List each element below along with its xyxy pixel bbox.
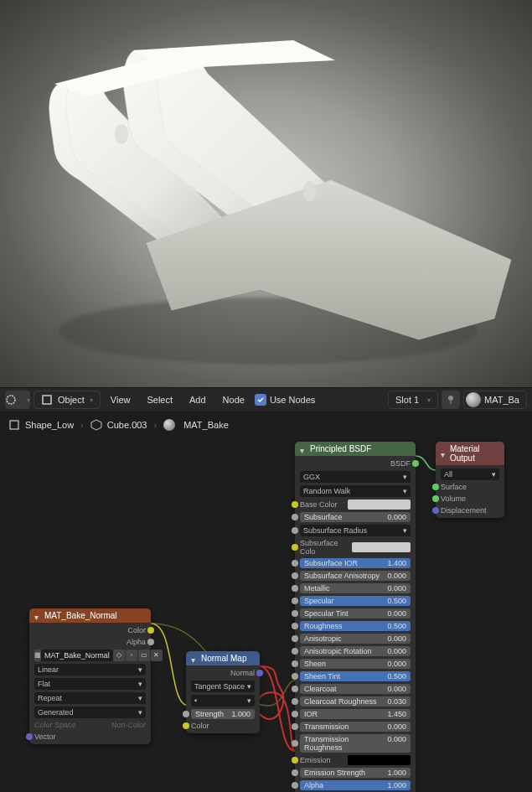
socket-bsdf-out[interactable]: BSDF xyxy=(295,458,416,469)
param-emission-strength[interactable]: Emission Strength1.000 xyxy=(295,766,416,779)
object-mode-dropdown[interactable]: Object ▾ xyxy=(34,391,101,409)
breadcrumb-separator: › xyxy=(80,420,84,430)
image-icon[interactable]: ▦ xyxy=(34,650,41,661)
svg-point-2 xyxy=(303,181,317,201)
svg-rect-7 xyxy=(10,421,18,429)
socket-color-out[interactable]: Color xyxy=(29,624,151,636)
param-subsurface-radius[interactable]: Subsurface Radius▾ xyxy=(295,523,416,537)
param-metallic[interactable]: Metallic0.000 xyxy=(295,582,416,594)
collapse-icon[interactable] xyxy=(441,450,447,457)
param-alpha[interactable]: Alpha1.000 xyxy=(295,779,416,791)
param-specular-tint[interactable]: Specular Tint0.000 xyxy=(295,607,416,619)
new-icon[interactable]: ▫ xyxy=(126,650,137,661)
material-icon xyxy=(163,419,175,431)
uvmap-dropdown[interactable]: •▾ xyxy=(186,693,260,707)
param-subsurface-colo[interactable]: Subsurface Colo xyxy=(295,537,416,556)
breadcrumb-scene[interactable]: Shape_Low xyxy=(8,419,74,431)
collapse-icon[interactable] xyxy=(34,613,41,619)
svg-point-3 xyxy=(7,396,15,404)
socket-alpha-out[interactable]: Alpha xyxy=(29,636,151,648)
colorspace-row: Color SpaceNon-Color xyxy=(29,719,151,731)
param-subsurface-anisotropy[interactable]: Subsurface Anisotropy0.000 xyxy=(295,569,416,582)
breadcrumb-object[interactable]: Cube.003 xyxy=(90,419,147,431)
users-icon[interactable]: ◇ xyxy=(113,650,125,661)
param-base-color[interactable]: Base Color xyxy=(295,498,416,510)
socket-surface-in[interactable]: Surface xyxy=(436,481,504,493)
node-editor-header: ▾ Object ▾ View Select Add Node Use Node… xyxy=(0,387,532,412)
param-clearcoat[interactable]: Clearcoat0.000 xyxy=(295,682,416,695)
menu-node[interactable]: Node xyxy=(216,395,251,405)
param-transmission-roughness[interactable]: Transmission Roughness0.000 xyxy=(295,732,416,753)
param-subsurface[interactable]: Subsurface0.000 xyxy=(295,510,416,523)
param-sheen[interactable]: Sheen0.000 xyxy=(295,657,416,670)
node-header[interactable]: Normal Map xyxy=(186,651,260,665)
node-image-texture[interactable]: MAT_Bake_Normal Color Alpha ▦ MAT_Bake_N… xyxy=(29,608,151,744)
param-specular[interactable]: Specular0.500 xyxy=(295,594,416,607)
projection-dropdown[interactable]: Flat▾ xyxy=(29,676,151,691)
param-anisotropic-rotation[interactable]: Anisotropic Rotation0.000 xyxy=(295,644,416,657)
strength-field[interactable]: Strength1.000 xyxy=(186,707,260,720)
socket-vector-in[interactable]: Vector xyxy=(29,731,151,743)
extension-dropdown[interactable]: Repeat▾ xyxy=(29,691,151,705)
unlink-icon[interactable]: ✕ xyxy=(151,650,163,661)
breadcrumb: Shape_Low › Cube.003 › MAT_Bake xyxy=(0,412,532,437)
socket-displacement-in[interactable]: Displacement xyxy=(436,505,504,516)
pin-icon[interactable] xyxy=(442,391,460,409)
collapse-icon[interactable] xyxy=(300,446,307,453)
mesh-data-icon xyxy=(90,419,102,431)
checkbox-icon xyxy=(255,394,266,406)
node-header[interactable]: MAT_Bake_Normal xyxy=(29,608,151,623)
param-emission[interactable]: Emission xyxy=(295,753,416,766)
render-preview xyxy=(0,0,532,387)
use-nodes-label: Use Nodes xyxy=(270,395,315,405)
menu-add[interactable]: Add xyxy=(183,395,213,405)
interpolation-dropdown[interactable]: Linear▾ xyxy=(29,662,151,676)
slot-dropdown[interactable]: Slot 1▾ xyxy=(388,391,438,409)
space-dropdown[interactable]: Tangent Space▾ xyxy=(186,679,260,693)
param-ior[interactable]: IOR1.450 xyxy=(295,707,416,720)
use-nodes-toggle[interactable]: Use Nodes xyxy=(255,394,315,406)
subsurface-method-dropdown[interactable]: Random Walk▾ xyxy=(295,484,416,498)
svg-rect-4 xyxy=(43,396,51,404)
mesh-icon xyxy=(8,419,20,431)
breadcrumb-separator: › xyxy=(154,420,158,430)
param-sheen-tint[interactable]: Sheen Tint0.500 xyxy=(295,670,416,682)
material-dropdown[interactable]: MAT_Ba xyxy=(463,391,527,409)
param-clearcoat-roughness[interactable]: Clearcoat Roughness0.030 xyxy=(295,695,416,707)
socket-volume-in[interactable]: Volume xyxy=(436,493,504,505)
socket-color-in[interactable]: Color xyxy=(186,720,260,732)
breadcrumb-material[interactable]: MAT_Bake xyxy=(163,419,229,431)
source-dropdown[interactable]: Generated▾ xyxy=(29,705,151,719)
distribution-dropdown[interactable]: GGX▾ xyxy=(295,469,416,484)
texture-name-field[interactable]: MAT_Bake_Normal xyxy=(41,650,113,661)
node-graph-area[interactable]: MAT_Bake_Normal Color Alpha ▦ MAT_Bake_N… xyxy=(0,437,532,792)
collapse-icon[interactable] xyxy=(191,655,198,662)
node-principled-bsdf[interactable]: Principled BSDF BSDF GGX▾ Random Walk▾ B… xyxy=(295,442,416,792)
object-icon xyxy=(41,394,53,406)
param-subsurface-ior[interactable]: Subsurface IOR1.400 xyxy=(295,556,416,569)
material-sphere-icon xyxy=(466,392,481,407)
viewport-3d[interactable] xyxy=(0,0,532,387)
param-transmission[interactable]: Transmission0.000 xyxy=(295,720,416,732)
open-icon[interactable]: ▭ xyxy=(138,650,150,661)
menu-view[interactable]: View xyxy=(104,395,137,405)
param-anisotropic[interactable]: Anisotropic0.000 xyxy=(295,632,416,644)
node-header[interactable]: Material Output xyxy=(436,442,504,465)
param-roughness[interactable]: Roughness0.500 xyxy=(295,619,416,632)
menu-select[interactable]: Select xyxy=(140,395,179,405)
svg-rect-6 xyxy=(451,400,452,404)
node-material-output[interactable]: Material Output All▾ Surface Volume Disp… xyxy=(436,442,504,518)
editor-type-icon[interactable]: ▾ xyxy=(5,391,30,409)
node-header[interactable]: Principled BSDF xyxy=(295,442,416,456)
mode-label: Object xyxy=(58,395,85,405)
socket-normal-out[interactable]: Normal xyxy=(186,667,260,679)
node-normal-map[interactable]: Normal Map Normal Tangent Space▾ •▾ Stre… xyxy=(186,651,260,733)
svg-point-1 xyxy=(115,124,128,144)
texture-datablock-row: ▦ MAT_Bake_Normal ◇ ▫ ▭ ✕ xyxy=(29,648,151,662)
target-dropdown[interactable]: All▾ xyxy=(436,467,504,481)
